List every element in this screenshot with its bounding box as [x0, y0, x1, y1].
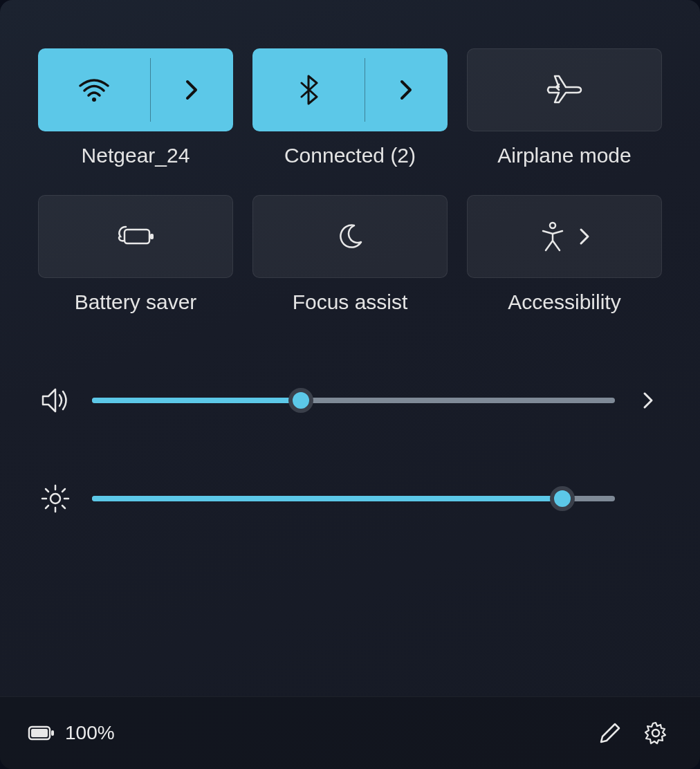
- tiles-grid: Netgear_24: [38, 48, 662, 314]
- chevron-right-icon: [399, 79, 413, 101]
- focus-assist-tile-group: Focus assist: [252, 195, 448, 314]
- volume-slider-row: [38, 387, 662, 414]
- svg-rect-15: [51, 730, 54, 736]
- chevron-right-icon: [185, 79, 199, 101]
- battery-saver-toggle-button[interactable]: [38, 195, 233, 278]
- accessibility-toggle-button[interactable]: [467, 195, 662, 278]
- accessibility-icon: [539, 221, 567, 252]
- battery-saver-tile-group: Battery saver: [38, 195, 233, 314]
- svg-line-9: [46, 489, 48, 492]
- svg-line-10: [62, 506, 65, 508]
- battery-saver-icon: [116, 224, 155, 249]
- volume-slider-fill: [92, 398, 301, 403]
- svg-point-0: [92, 98, 96, 102]
- airplane-icon: [546, 75, 582, 105]
- airplane-tile-group: Airplane mode: [467, 48, 662, 167]
- bluetooth-tile: [252, 48, 448, 131]
- focus-assist-label: Focus assist: [293, 290, 408, 314]
- svg-rect-2: [150, 234, 154, 239]
- bluetooth-expand-button[interactable]: [365, 48, 448, 131]
- quick-settings-panel: Netgear_24: [0, 0, 700, 769]
- sliders-section: [38, 387, 662, 514]
- gear-icon: [643, 721, 668, 745]
- svg-line-11: [46, 506, 48, 508]
- pencil-icon: [598, 721, 622, 745]
- svg-line-12: [62, 489, 65, 492]
- airplane-toggle-button[interactable]: [467, 48, 662, 131]
- bluetooth-icon: [299, 75, 318, 105]
- settings-button[interactable]: [639, 716, 672, 750]
- accessibility-label: Accessibility: [508, 290, 620, 314]
- battery-status[interactable]: 100%: [28, 722, 115, 744]
- airplane-label: Airplane mode: [497, 144, 631, 167]
- wifi-label: Netgear_24: [82, 144, 190, 167]
- wifi-tile-group: Netgear_24: [38, 48, 233, 167]
- wifi-expand-button[interactable]: [150, 48, 233, 131]
- svg-point-16: [652, 730, 659, 736]
- battery-percent-text: 100%: [65, 722, 115, 744]
- brightness-slider[interactable]: [92, 485, 615, 512]
- volume-slider[interactable]: [92, 387, 615, 414]
- wifi-icon: [78, 77, 110, 102]
- svg-point-4: [50, 494, 60, 503]
- wifi-toggle-button[interactable]: [38, 48, 150, 131]
- volume-expand-button[interactable]: [634, 391, 662, 410]
- bluetooth-label: Connected (2): [284, 144, 416, 167]
- brightness-slider-fill: [92, 496, 562, 501]
- svg-rect-14: [31, 729, 48, 737]
- chevron-right-icon: [642, 391, 654, 410]
- brightness-icon[interactable]: [38, 483, 73, 514]
- battery-saver-label: Battery saver: [75, 290, 197, 314]
- brightness-slider-thumb[interactable]: [550, 486, 575, 511]
- chevron-right-icon: [579, 228, 590, 245]
- svg-point-3: [550, 223, 555, 228]
- volume-slider-thumb[interactable]: [288, 388, 313, 413]
- svg-rect-1: [125, 230, 149, 243]
- accessibility-tile-group: Accessibility: [467, 195, 662, 314]
- moon-icon: [336, 223, 364, 250]
- bluetooth-tile-group: Connected (2): [252, 48, 448, 167]
- volume-icon[interactable]: [38, 387, 73, 414]
- battery-icon: [28, 724, 55, 742]
- bluetooth-toggle-button[interactable]: [252, 48, 365, 131]
- focus-assist-toggle-button[interactable]: [252, 195, 448, 278]
- wifi-tile: [38, 48, 233, 131]
- brightness-slider-row: [38, 483, 662, 514]
- footer-bar: 100%: [0, 696, 700, 769]
- edit-button[interactable]: [593, 716, 627, 750]
